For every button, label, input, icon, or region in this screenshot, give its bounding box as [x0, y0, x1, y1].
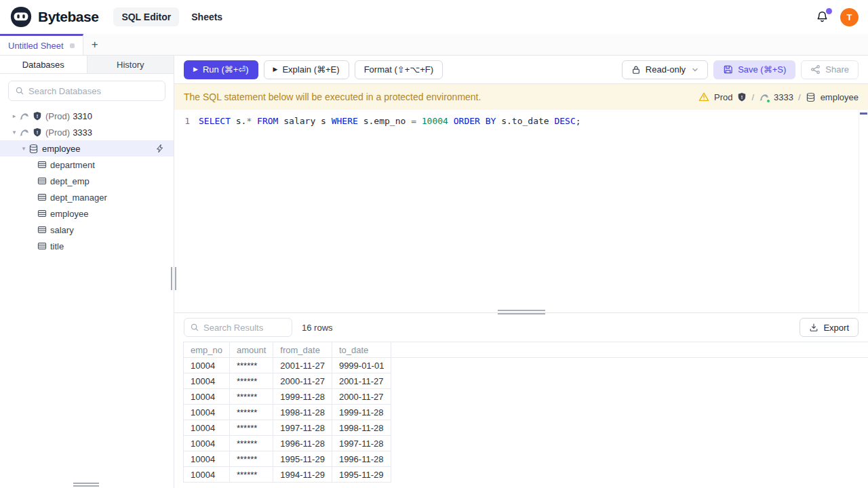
instance-name-label: 3333	[73, 127, 92, 138]
column-header[interactable]: amount	[229, 342, 273, 358]
result-row[interactable]: 10004 ****** 1998-11-28 1999-11-28	[184, 405, 868, 420]
sheet-tab-label: Untitled Sheet	[8, 41, 64, 51]
result-cell: 1996-11-28	[332, 451, 391, 467]
tab-history[interactable]: History	[87, 56, 174, 73]
database-label: employee	[42, 144, 80, 154]
tree-table-item[interactable]: dept_manager	[0, 189, 174, 205]
overview-ruler-mark	[860, 113, 867, 115]
result-row[interactable]: 10004 ****** 1995-11-29 1996-11-28	[184, 451, 868, 467]
add-sheet-button[interactable]: +	[83, 34, 106, 55]
nav-sql-editor[interactable]: SQL Editor	[113, 7, 179, 26]
notification-bell-icon[interactable]	[815, 10, 829, 24]
sql-token: DESC	[554, 116, 575, 126]
result-cell: ******	[229, 373, 273, 389]
sidebar-horizontal-scrollbar[interactable]	[73, 483, 99, 487]
export-button[interactable]: Export	[800, 318, 859, 337]
sheet-tab-bar: Untitled Sheet +	[0, 34, 868, 56]
result-cell: 10004	[184, 467, 230, 483]
mysql-icon	[19, 111, 29, 121]
table-label: department	[50, 160, 95, 170]
lightning-icon[interactable]	[155, 144, 165, 153]
instance-label[interactable]: 3333	[774, 92, 793, 102]
result-row[interactable]: 10004 ****** 1994-11-29 1995-11-29	[184, 467, 868, 483]
sql-token: s.to_date	[496, 116, 554, 126]
table-icon	[37, 192, 47, 202]
caret-down-icon[interactable]: ▾	[9, 129, 19, 136]
result-row[interactable]: 10004 ****** 2000-11-27 2001-11-27	[184, 373, 868, 389]
explain-button[interactable]: ▶ Explain (⌘+E)	[264, 60, 349, 79]
table-label: title	[50, 241, 64, 251]
mysql-icon	[759, 92, 769, 102]
result-cell: 2001-11-27	[273, 358, 332, 373]
result-cell: 10004	[184, 451, 230, 467]
share-button[interactable]: Share	[801, 60, 859, 79]
protection-banner: The SQL statement below will be executed…	[174, 84, 868, 110]
tree-table-item[interactable]: department	[0, 157, 174, 173]
table-icon	[37, 225, 47, 235]
tree-table-item[interactable]: dept_emp	[0, 173, 174, 189]
brand-logo[interactable]: Bytebase	[9, 5, 98, 28]
sql-token	[252, 116, 257, 126]
play-icon: ▶	[273, 66, 278, 73]
share-icon	[810, 64, 821, 75]
tree-table-item[interactable]: employee	[0, 205, 174, 222]
tree-instance-3333[interactable]: ▾ ! (Prod) 3333	[0, 124, 174, 140]
sql-token: ORDER	[454, 116, 480, 126]
splitter-drag-handle[interactable]	[498, 310, 545, 314]
results-grid: emp_no amount from_date to_date 10004 **…	[174, 342, 868, 488]
run-button[interactable]: ▶ Run (⌘+⏎)	[184, 60, 258, 79]
nav-sheets[interactable]: Sheets	[191, 12, 222, 22]
search-results-input[interactable]	[203, 323, 286, 333]
caret-down-icon[interactable]: ▾	[19, 145, 28, 152]
sql-token	[416, 116, 422, 126]
search-icon	[15, 86, 24, 96]
sql-token: BY	[486, 116, 496, 126]
result-cell: 1998-11-28	[332, 420, 391, 436]
readonly-dropdown[interactable]: Read-only	[622, 60, 708, 79]
sql-editor[interactable]: 1 SELECT s.* FROM salary s WHERE s.emp_n…	[174, 110, 868, 312]
tree-database-employee[interactable]: ▾ employee	[0, 140, 174, 157]
result-row[interactable]: 10004 ****** 2001-11-27 9999-01-01	[184, 358, 868, 373]
avatar[interactable]: T	[840, 8, 859, 26]
brand-name: Bytebase	[38, 9, 98, 25]
result-cell: 9999-01-01	[332, 358, 391, 373]
result-cell: 10004	[184, 389, 230, 405]
format-button[interactable]: Format (⇧+⌥+F)	[355, 60, 443, 79]
tab-databases[interactable]: Databases	[0, 56, 87, 73]
tab-untitled-sheet[interactable]: Untitled Sheet	[0, 34, 83, 55]
search-databases-input[interactable]	[28, 86, 159, 96]
column-header[interactable]: emp_no	[184, 342, 230, 358]
instance-name-label: 3310	[73, 111, 92, 121]
result-cell: ******	[229, 405, 273, 420]
result-cell: 1999-11-28	[332, 405, 391, 420]
tree-instance-3310[interactable]: ▸ ! (Prod) 3310	[0, 108, 174, 124]
column-header-filler	[391, 342, 868, 358]
notification-dot	[826, 8, 832, 14]
result-cell: ******	[229, 420, 273, 436]
result-cell: ******	[229, 389, 273, 405]
column-header[interactable]: from_date	[273, 342, 332, 358]
sql-token: s.emp_no	[358, 116, 411, 126]
search-icon	[190, 323, 199, 332]
bytebase-logo-icon	[9, 5, 33, 28]
result-cell: 10004	[184, 420, 230, 436]
status-dot	[766, 99, 770, 103]
table-label: salary	[50, 225, 74, 235]
save-button[interactable]: Save (⌘+S)	[713, 60, 795, 79]
sidebar-resize-handle[interactable]	[171, 267, 176, 290]
table-icon	[37, 241, 47, 251]
result-row[interactable]: 10004 ****** 1999-11-28 2000-11-27	[184, 389, 868, 405]
sql-token	[480, 116, 486, 126]
column-header[interactable]: to_date	[332, 342, 391, 358]
tree-table-item[interactable]: salary	[0, 222, 174, 238]
database-label[interactable]: employee	[821, 92, 859, 102]
caret-right-icon[interactable]: ▸	[9, 113, 19, 119]
result-row[interactable]: 10004 ****** 1996-11-28 1997-11-28	[184, 436, 868, 451]
result-cell: ******	[229, 436, 273, 451]
sql-line-code: SELECT s.* FROM salary s WHERE s.emp_no …	[199, 115, 581, 127]
result-row[interactable]: 10004 ****** 1997-11-28 1998-11-28	[184, 420, 868, 436]
result-cell: 2001-11-27	[332, 373, 391, 389]
results-search	[184, 318, 292, 337]
result-cell: ******	[229, 358, 273, 373]
tree-table-item[interactable]: title	[0, 238, 174, 254]
